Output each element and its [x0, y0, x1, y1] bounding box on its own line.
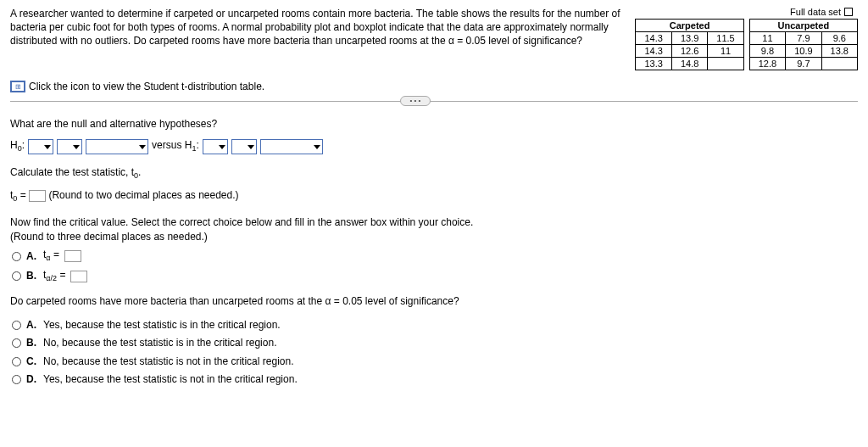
h1-param2-select[interactable] — [260, 139, 323, 154]
h0-param1-select[interactable] — [28, 139, 53, 154]
cell: 10.9 — [786, 45, 821, 58]
crit-b-input[interactable] — [70, 271, 87, 282]
crit-b-label: tα/2 = — [43, 268, 65, 284]
cell — [821, 58, 857, 70]
final-choice-a-radio[interactable] — [12, 321, 21, 330]
final-choice-d-text: Yes, because the test statistic is not i… — [43, 372, 298, 387]
cell: 13.8 — [821, 45, 857, 58]
cell: 11 — [708, 45, 743, 58]
cell — [708, 58, 743, 70]
crit-choice-a-radio[interactable] — [12, 252, 21, 261]
cell: 12.6 — [671, 45, 707, 58]
q4-prompt: Do carpeted rooms have more bacteria tha… — [10, 294, 858, 309]
h0-operator-select[interactable] — [57, 139, 82, 154]
final-choice-c-radio[interactable] — [12, 357, 21, 366]
choice-letter-c2: C. — [26, 355, 38, 369]
final-choice-a-text: Yes, because the test statistic is in th… — [43, 318, 281, 332]
choice-letter-a2: A. — [26, 318, 38, 332]
full-data-set-label: Full data set — [790, 7, 841, 17]
cell: 13.9 — [671, 32, 707, 45]
tdist-link-text[interactable]: Click the icon to view the Student t-dis… — [29, 81, 264, 92]
crit-a-label: tα = — [43, 248, 59, 264]
final-choice-b-text: No, because the test statistic is in the… — [43, 336, 276, 350]
choice-letter-a: A. — [26, 249, 38, 264]
final-choice-c-text: No, because the test statistic is not in… — [43, 355, 293, 369]
carpeted-header: Carpeted — [636, 20, 743, 32]
crit-a-input[interactable] — [64, 250, 81, 262]
final-choice-b-radio[interactable] — [12, 338, 21, 348]
q1-prompt: What are the null and alternative hypoth… — [10, 117, 858, 131]
cell: 9.7 — [786, 58, 821, 70]
uncarpeted-table: Uncarpeted 117.99.6 9.810.913.8 12.89.7 — [749, 19, 858, 70]
cell: 14.3 — [636, 45, 671, 58]
q3-line2: (Round to three decimal places as needed… — [10, 230, 858, 244]
q3-line1: Now find the critical value. Select the … — [10, 215, 858, 230]
cell: 12.8 — [749, 58, 785, 70]
cell: 11.5 — [708, 32, 743, 45]
cell: 14.3 — [636, 32, 671, 45]
cell: 11 — [749, 32, 785, 45]
h0-label: H0: — [10, 138, 25, 154]
choice-letter-b: B. — [26, 269, 38, 283]
problem-intro: A researcher wanted to determine if carp… — [10, 7, 626, 48]
carpeted-table: Carpeted 14.313.911.5 14.312.611 13.314.… — [635, 19, 743, 70]
cell: 7.9 — [786, 32, 821, 45]
cell: 9.6 — [821, 32, 857, 45]
crit-choice-b-radio[interactable] — [12, 271, 21, 281]
final-choice-d-radio[interactable] — [12, 375, 21, 384]
h0-param2-select[interactable] — [86, 139, 148, 154]
section-divider: • • • — [10, 101, 858, 102]
h1-operator-select[interactable] — [231, 139, 257, 154]
h1-param1-select[interactable] — [203, 139, 228, 154]
table-icon[interactable]: ⊞ — [10, 81, 25, 92]
cell: 9.8 — [749, 45, 785, 58]
h1-label: versus H1: — [152, 138, 199, 154]
choice-letter-b2: B. — [26, 336, 38, 350]
choice-letter-d2: D. — [26, 372, 38, 387]
collapse-handle-icon[interactable]: • • • — [400, 96, 431, 106]
full-data-set-link[interactable]: Full data set — [790, 7, 858, 17]
uncarpeted-header: Uncarpeted — [749, 20, 857, 32]
cell: 13.3 — [636, 58, 671, 70]
cell: 14.8 — [671, 58, 707, 70]
q2-prompt: Calculate the test statistic, t0. — [10, 165, 858, 182]
equals: = — [17, 189, 29, 201]
t0-hint: (Round to two decimal places as needed.) — [48, 189, 238, 201]
popup-icon — [844, 8, 853, 16]
t0-input[interactable] — [29, 190, 46, 202]
